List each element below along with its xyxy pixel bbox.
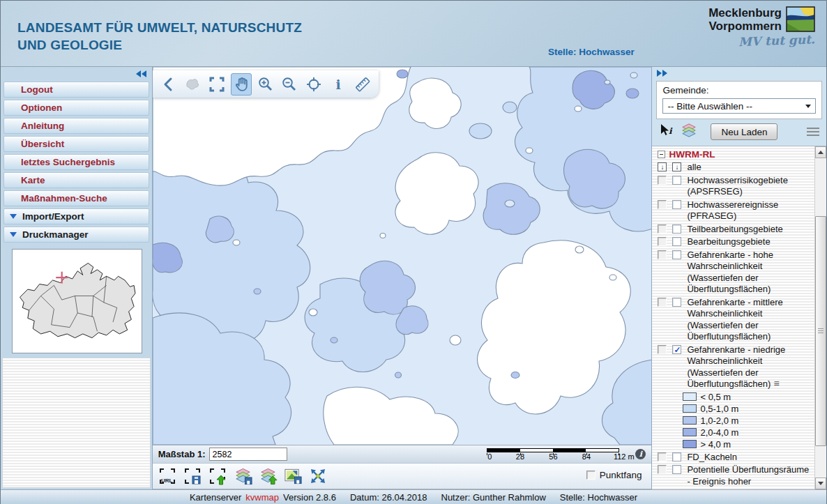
- chevron-down-icon: [805, 105, 811, 108]
- layer-visibility-checkbox[interactable]: [672, 224, 681, 234]
- menu-item-massnahmen-suche[interactable]: Maßnahmen-Suche: [3, 190, 149, 206]
- legend-item: < 0,5 m: [683, 392, 814, 402]
- layer-checkbox[interactable]: [658, 452, 667, 461]
- expand-panel-icon[interactable]: [656, 70, 667, 77]
- zoom-in-icon[interactable]: [255, 73, 276, 96]
- sidebar-empty-panel: [2, 358, 151, 488]
- max-extent-icon[interactable]: [309, 467, 328, 486]
- punktfang-label: Punktfang: [600, 470, 642, 480]
- layer-visibility-checkbox[interactable]: [672, 237, 681, 246]
- layer-tree-area: HWRM-RL alle Hochwasserrisikogebiete (AP…: [652, 146, 826, 489]
- center-view-icon[interactable]: [303, 73, 324, 96]
- layer-checkbox[interactable]: [658, 465, 667, 474]
- load-extent-icon[interactable]: [208, 467, 227, 486]
- gemeinde-label: Gemeinde:: [662, 85, 816, 96]
- menu-item-anleitung[interactable]: Anleitung: [3, 118, 149, 134]
- legend-swatch: [683, 416, 697, 425]
- select-all-icon[interactable]: [672, 162, 681, 171]
- collapse-node-icon[interactable]: [658, 151, 665, 158]
- page-title: LANDESAMT FÜR UMWELT, NATURSCHUTZ UND GE…: [17, 19, 302, 54]
- pan-tool-icon[interactable]: [231, 73, 252, 96]
- title-line-1: LANDESAMT FÜR UMWELT, NATURSCHUTZ: [17, 19, 302, 36]
- layer-checkbox[interactable]: [658, 224, 667, 234]
- legend-item: > 4,0 m: [683, 439, 814, 450]
- layer-checkbox[interactable]: [658, 250, 667, 259]
- scrollbar-thumb[interactable]: [815, 216, 826, 446]
- flood-depth-map: [153, 67, 652, 445]
- layer-checkbox[interactable]: [658, 298, 667, 307]
- panel-controls: i Neu Laden: [652, 119, 826, 144]
- layer-tree: HWRM-RL alle Hochwasserrisikogebiete (AP…: [652, 148, 814, 489]
- menu-item-optionen[interactable]: Optionen: [3, 100, 149, 116]
- select-all-icon[interactable]: [658, 162, 667, 171]
- neu-laden-button[interactable]: Neu Laden: [711, 123, 777, 140]
- map-canvas[interactable]: i: [153, 67, 652, 445]
- menu-item-letztes-suchergebnis[interactable]: letztes Suchergebnis: [3, 154, 149, 170]
- scale-info-icon[interactable]: [635, 449, 646, 459]
- status-footer: Kartenserver kvwmap Version 2.8.6 Datum:…: [1, 489, 826, 504]
- layer-checkbox[interactable]: [658, 237, 667, 246]
- menu-item-logout[interactable]: Logout: [3, 82, 149, 98]
- layer-row: Bearbeitungsgebiete: [658, 236, 814, 248]
- collapse-sidebar-icon[interactable]: [135, 70, 146, 77]
- footer-date: Datum: 26.04.2018: [350, 492, 427, 503]
- measure-icon[interactable]: [352, 73, 373, 96]
- scale-input[interactable]: [209, 448, 287, 461]
- gemeinde-select[interactable]: -- Bitte Auswählen --: [662, 98, 816, 114]
- legend-item: 1,0-2,0 m: [683, 415, 814, 426]
- menu-item-karte[interactable]: Karte: [3, 172, 149, 188]
- menu-item-druckmanager[interactable]: Druckmanager: [3, 227, 149, 243]
- url-extent-icon[interactable]: URL: [158, 467, 177, 486]
- layer-visibility-checkbox[interactable]: [672, 452, 681, 461]
- menu-item-uebersicht[interactable]: Übersicht: [3, 136, 149, 152]
- layer-visibility-checkbox[interactable]: [672, 176, 681, 185]
- layer-row: Teilbearbeitungsgebiete: [658, 224, 814, 236]
- layer-checkbox[interactable]: [658, 200, 667, 209]
- layer-visibility-checkbox[interactable]: [672, 200, 681, 209]
- main-menu: Logout Optionen Anleitung Übersicht letz…: [1, 82, 152, 245]
- layer-menu-icon[interactable]: [773, 380, 779, 387]
- tree-row-alle: alle: [658, 162, 814, 174]
- layer-visibility-checkbox[interactable]: [672, 298, 681, 307]
- back-icon[interactable]: [158, 73, 179, 96]
- map-column: i Maßstab 1:: [153, 67, 652, 489]
- layer-visibility-checkbox[interactable]: [672, 465, 681, 474]
- layer-row: FD_Kacheln: [658, 452, 814, 464]
- map-tools-row: URL: [153, 464, 652, 489]
- full-extent-icon[interactable]: [206, 73, 227, 96]
- punktfang-checkbox[interactable]: [586, 471, 595, 480]
- save-layers-icon[interactable]: [234, 467, 252, 486]
- layer-checkbox[interactable]: [658, 345, 667, 354]
- right-panel: Gemeinde: -- Bitte Auswählen -- i Neu La…: [651, 67, 826, 489]
- save-map-image-icon[interactable]: [284, 467, 303, 486]
- load-layers-icon[interactable]: [259, 467, 278, 486]
- menu-item-import-export[interactable]: Import/Export: [3, 208, 149, 224]
- chevron-down-icon: [10, 232, 17, 237]
- footer-user: Nutzer: Gunther Rahmlow: [441, 492, 546, 503]
- layer-row: Hochwasserrisikogebiete (APSFRSEG): [658, 175, 814, 198]
- panel-menu-icon[interactable]: [807, 128, 819, 138]
- tree-scrollbar[interactable]: [814, 146, 826, 489]
- scroll-up-icon[interactable]: [815, 146, 826, 158]
- footer-prefix: Kartenserver: [190, 492, 241, 503]
- layer-row: Potentielle Überflutungsräume - Ereignis…: [658, 464, 814, 489]
- zoom-out-icon[interactable]: [280, 73, 301, 96]
- info-tool-icon[interactable]: i: [328, 73, 349, 96]
- legend-swatch: [683, 440, 697, 448]
- layers-icon[interactable]: [680, 123, 698, 141]
- punktfang-control: Punktfang: [586, 470, 642, 480]
- layer-visibility-checkbox[interactable]: [672, 250, 681, 259]
- layer-checkbox[interactable]: [658, 176, 667, 185]
- save-extent-icon[interactable]: [183, 467, 202, 486]
- svg-text:URL: URL: [161, 478, 173, 484]
- left-sidebar: Logout Optionen Anleitung Übersicht letz…: [1, 67, 153, 489]
- layer-row: Gefahrenkarte - hohe Wahrscheinlichkeit …: [658, 250, 814, 296]
- brand-block: Mecklenburg Vorpommern MV tut gut.: [708, 6, 815, 48]
- scroll-down-icon[interactable]: [815, 478, 826, 489]
- layer-visibility-checkbox[interactable]: [672, 345, 681, 354]
- legend-item: 0,5-1,0 m: [683, 404, 814, 414]
- query-pointer-icon[interactable]: i: [659, 123, 673, 140]
- stelle-label: Stelle: Hochwasser: [548, 47, 635, 57]
- previous-view-icon: [182, 73, 203, 96]
- overview-map[interactable]: [12, 249, 142, 353]
